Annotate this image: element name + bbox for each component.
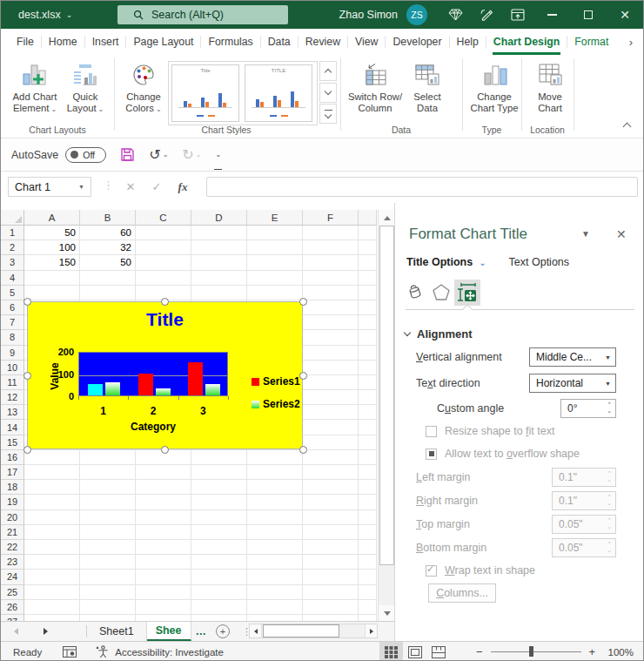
zoom-level[interactable]: 100% xyxy=(608,642,634,661)
spinner-buttons[interactable]: ⌃⌄ xyxy=(607,518,615,529)
scroll-left-button[interactable] xyxy=(250,624,262,637)
cell-D1[interactable] xyxy=(191,226,247,240)
cell-partial[interactable] xyxy=(359,346,377,361)
vertical-scrollbar[interactable] xyxy=(378,210,394,621)
chart-selection-handle[interactable] xyxy=(299,446,307,454)
fill-line-icon[interactable] xyxy=(402,280,428,306)
cell-D25[interactable] xyxy=(191,585,247,600)
sheet-tab-active[interactable]: Shee xyxy=(147,622,191,641)
cell-E3[interactable] xyxy=(247,255,303,270)
formula-input[interactable] xyxy=(206,177,638,197)
cell-partial[interactable] xyxy=(359,361,377,375)
cell-partial[interactable] xyxy=(359,405,377,420)
x-category-label[interactable]: 1 xyxy=(78,405,128,417)
cell-C3[interactable] xyxy=(136,255,191,270)
cell-C1[interactable] xyxy=(136,226,191,240)
row-header-24[interactable]: 24 xyxy=(1,570,24,584)
cell-F26[interactable] xyxy=(303,600,359,615)
bar-series1-cat2[interactable] xyxy=(138,374,153,396)
cell-E20[interactable] xyxy=(247,510,303,525)
cell-F18[interactable] xyxy=(303,480,359,495)
checkbox-unchecked[interactable] xyxy=(426,426,437,437)
spinner-field-top-margin[interactable]: 0.05"⌃⌄ xyxy=(552,515,616,534)
cell-B1[interactable]: 60 xyxy=(80,226,136,240)
collapse-ribbon-button[interactable] xyxy=(619,119,634,132)
cell-A4[interactable] xyxy=(24,271,80,286)
row-header-19[interactable]: 19 xyxy=(1,495,24,509)
vertical-scrollbar-thumb[interactable] xyxy=(379,226,394,565)
effects-icon[interactable] xyxy=(428,280,454,306)
ribbon-tab-chart-design[interactable]: Chart Design xyxy=(486,29,567,55)
next-sheet-button[interactable] xyxy=(37,622,53,641)
cell-partial[interactable] xyxy=(359,525,377,540)
row-header-21[interactable]: 21 xyxy=(1,525,24,540)
cell-F8[interactable] xyxy=(303,330,359,345)
page-layout-view-button[interactable] xyxy=(403,642,426,661)
cell-C27[interactable] xyxy=(136,615,191,621)
cell-A22[interactable] xyxy=(24,540,80,555)
column-header-partial[interactable] xyxy=(359,210,377,226)
cell-F22[interactable] xyxy=(303,540,359,555)
cell-C4[interactable] xyxy=(136,271,191,286)
name-box-dropdown-icon[interactable]: ▼ xyxy=(78,184,84,190)
cell-A16[interactable] xyxy=(24,450,80,465)
chart-selection-handle[interactable] xyxy=(299,298,307,306)
previous-sheet-button[interactable] xyxy=(8,622,23,641)
row-header-11[interactable]: 11 xyxy=(1,375,24,390)
cell-D22[interactable] xyxy=(191,540,247,555)
ribbon-tab-home[interactable]: Home xyxy=(42,29,84,55)
normal-view-button[interactable] xyxy=(379,642,403,661)
cell-partial[interactable] xyxy=(359,600,377,615)
cell-partial[interactable] xyxy=(359,480,377,495)
row-header-25[interactable]: 25 xyxy=(1,585,24,600)
cell-D26[interactable] xyxy=(191,600,247,615)
cell-B4[interactable] xyxy=(80,271,136,286)
cell-B25[interactable] xyxy=(80,585,136,600)
customize-qat-button[interactable]: ⌄ xyxy=(215,152,221,158)
cell-E21[interactable] xyxy=(247,525,303,540)
row-header-2[interactable]: 2 xyxy=(1,240,24,255)
cell-A25[interactable] xyxy=(24,585,80,600)
bar-series1-cat1[interactable] xyxy=(88,384,103,395)
cell-partial[interactable] xyxy=(359,286,377,300)
cell-E27[interactable] xyxy=(247,615,303,621)
cell-F7[interactable] xyxy=(303,315,359,330)
spinner-field-right-margin[interactable]: 0.1"⌃⌄ xyxy=(552,491,616,510)
cell-E22[interactable] xyxy=(247,540,303,555)
cell-A2[interactable]: 100 xyxy=(24,240,80,255)
cell-C19[interactable] xyxy=(136,495,191,509)
ribbon-tab-developer[interactable]: Developer xyxy=(386,29,448,55)
legend-item-series2[interactable]: Series2 xyxy=(252,398,300,410)
row-header-14[interactable]: 14 xyxy=(1,420,24,435)
row-header-20[interactable]: 20 xyxy=(1,510,24,525)
cell-partial[interactable] xyxy=(359,375,377,390)
cell-A5[interactable] xyxy=(24,286,80,300)
cell-partial[interactable] xyxy=(359,390,377,405)
cell-E24[interactable] xyxy=(247,570,303,584)
avatar[interactable]: ZS xyxy=(406,4,427,25)
cell-B21[interactable] xyxy=(80,525,136,540)
change-chart-type-button[interactable]: ChangeChart Type xyxy=(469,59,520,114)
cell-B27[interactable] xyxy=(80,615,136,621)
chart-selection-handle[interactable] xyxy=(23,372,31,380)
cell-F3[interactable] xyxy=(303,255,359,270)
accessibility-status[interactable]: Accessibility: Investigate xyxy=(115,647,224,658)
more-tabs-button[interactable]: › xyxy=(629,36,643,49)
cell-F16[interactable] xyxy=(303,450,359,465)
checkbox-checked[interactable]: ✓ xyxy=(426,565,437,577)
zoom-slider-thumb[interactable] xyxy=(529,646,533,657)
row-header-6[interactable]: 6 xyxy=(1,300,24,315)
tab-title-options[interactable]: Title Options ⌄ xyxy=(406,256,486,268)
cell-partial[interactable] xyxy=(359,570,377,584)
maximize-button[interactable] xyxy=(570,1,607,29)
cell-F17[interactable] xyxy=(303,465,359,480)
row-header-4[interactable]: 4 xyxy=(1,271,24,286)
cell-B23[interactable] xyxy=(80,555,136,570)
cell-F21[interactable] xyxy=(303,525,359,540)
row-header-9[interactable]: 9 xyxy=(1,346,24,361)
zoom-in-button[interactable]: + xyxy=(589,645,596,658)
cell-partial[interactable] xyxy=(359,465,377,480)
user-name[interactable]: Zhao Simon xyxy=(339,9,398,21)
cell-F1[interactable] xyxy=(303,226,359,240)
ribbon-tab-help[interactable]: Help xyxy=(450,29,486,55)
